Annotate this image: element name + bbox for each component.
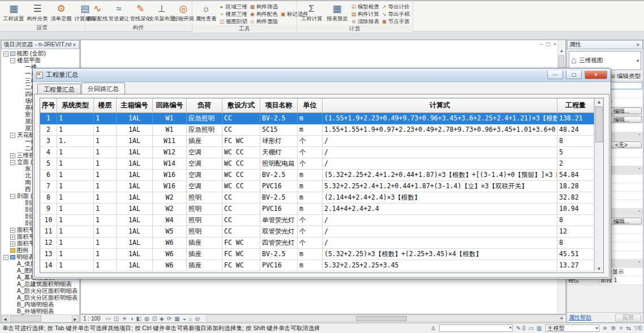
dialog-titlebar[interactable]: 工程量汇总 — ▢ × — [33, 68, 611, 82]
restore-icon[interactable]: ▢ — [546, 41, 551, 47]
worksharing-icon[interactable]: ♙ — [431, 325, 436, 331]
tree-expander-icon[interactable]: + — [10, 235, 15, 240]
status-icon[interactable]: ☀ — [603, 325, 608, 331]
view-control-icon[interactable]: ☀ — [122, 315, 127, 322]
tree-expander-icon[interactable]: + — [10, 228, 15, 233]
properties-help-link[interactable]: 属性帮助 — [569, 314, 591, 322]
ribbon-small-button[interactable]: ◉ 构件配色 — [249, 11, 278, 18]
tree-expander-icon[interactable]: − — [10, 194, 15, 199]
chevron-down-icon[interactable]: ▾ — [637, 58, 639, 63]
view-control-icon[interactable]: ◫ — [114, 315, 119, 322]
view-control-icon[interactable]: ◍ — [144, 315, 149, 322]
status-icon[interactable]: ✎ 0 — [516, 325, 526, 331]
table-row[interactable]: 12 1 1 1AL W6 插座 FC WC 四管荧光灯 个 / 8 — [40, 237, 594, 249]
column-header[interactable]: 序号 — [40, 98, 57, 113]
ribbon-small-button[interactable]: ↗ 导出计价 — [381, 3, 410, 10]
dialog-tab[interactable]: 工程量汇总 — [37, 84, 81, 94]
tree-item[interactable]: B_外墙明细表 — [1, 308, 79, 314]
type-selector[interactable]: ⌂ 三维视图 ▾ — [569, 51, 641, 70]
table-row[interactable]: 11 1 1 1AL W5 照明 CC 双管荧光灯 个 / 12 — [40, 226, 594, 237]
dialog-tab[interactable]: 分回路汇总 — [81, 83, 125, 94]
column-header[interactable]: 敷设方式 — [222, 98, 260, 113]
status-icon[interactable]: ⚙ — [611, 325, 616, 331]
view-control-icon[interactable]: ◎ — [195, 315, 200, 322]
ribbon-button[interactable]: ▦ 报表预览 — [325, 2, 349, 21]
view-control-icon[interactable]: ◧ — [136, 315, 141, 322]
ribbon-button[interactable]: ☰ 构件分类 — [26, 2, 49, 21]
ribbon-small-button[interactable]: ▦ 构件筛选 — [249, 3, 278, 10]
design-option-combobox[interactable]: 主模型 — [546, 325, 599, 332]
scroll-left-icon[interactable]: ◀ — [2, 315, 8, 322]
column-header[interactable]: 负荷 — [187, 98, 222, 113]
table-row[interactable]: 6 1 1 1AL W16 空调 WC CC BV-2.5 m (5.32+2.… — [40, 170, 594, 181]
scrollbar-thumb[interactable] — [595, 106, 603, 142]
tree-expander-icon[interactable]: − — [10, 133, 15, 138]
view-scale[interactable]: 1 : 100 — [83, 315, 103, 322]
view-control-icon[interactable]: ▭ — [106, 315, 111, 322]
view-control-icon[interactable]: ◒ — [183, 315, 186, 322]
view-control-icon[interactable]: ⌂ — [189, 315, 192, 322]
table-row[interactable]: 1 1 1 1AL W1 应急照明 CC BV-2.5 m (1.55+1.9+… — [40, 113, 594, 124]
minimize-icon[interactable]: – — [540, 41, 543, 47]
maximize-button[interactable]: ▢ — [566, 71, 582, 79]
close-button[interactable]: × — [585, 71, 607, 79]
status-icon[interactable]: ▥ — [536, 325, 542, 331]
tree-expander-icon[interactable]: − — [10, 160, 15, 165]
ribbon-small-button[interactable]: ◫ 视图剖切 — [218, 18, 248, 25]
ribbon-small-button[interactable]: ↘ 导出手稿 — [381, 11, 410, 18]
ribbon-button[interactable]: ⚙ 清单定额 — [50, 2, 72, 21]
scrollbar-thumb[interactable] — [10, 315, 41, 322]
ribbon-small-button[interactable]: ▪ 楼层三维 — [218, 11, 248, 18]
tree-expander-icon[interactable]: + — [10, 241, 15, 246]
tree-expander-icon[interactable]: − — [10, 58, 15, 63]
canvas-hscrollbar[interactable] — [206, 315, 563, 322]
column-header[interactable]: 单位 — [298, 98, 323, 113]
ribbon-button[interactable]: ≈ 管道避让 — [109, 2, 129, 21]
ribbon-small-button[interactable]: ⊘ 清除报表 — [350, 18, 380, 25]
view-control-icon[interactable]: ▦ — [174, 315, 179, 322]
column-header[interactable]: 主箱编号 — [117, 98, 153, 113]
table-row[interactable]: 5 1 1 1AL W14 空调 WC CC 照明配电箱 个 / 2 — [40, 158, 594, 170]
column-header[interactable]: 系统类型 — [57, 98, 94, 113]
ribbon-button[interactable]: Σ 工程计算 — [299, 2, 324, 21]
column-header[interactable]: 回路编号 — [153, 98, 187, 113]
view-control-icon[interactable]: ⊡ — [152, 315, 157, 322]
column-header[interactable]: 计算式 — [323, 98, 557, 113]
ribbon-small-button[interactable]: ☑ 模型检查 — [350, 3, 380, 10]
tree-expander-icon[interactable]: − — [3, 51, 8, 57]
ribbon-button[interactable]: ◎ 智能开洞 — [173, 2, 194, 21]
status-icon[interactable]: ⇆ — [626, 325, 630, 331]
ribbon-small-button[interactable]: ◇ 构件显隐 — [249, 18, 278, 25]
view-control-icon[interactable]: ⟳ — [167, 315, 171, 322]
ribbon-small-button[interactable]: ▸ 区域三维 — [218, 3, 248, 10]
ribbon-button[interactable]: ☼ 属性查看 — [195, 2, 217, 21]
table-row[interactable]: 4 1 1 1AL W12 空调 WC CC 天棚灯 个 / 5 — [40, 147, 594, 158]
status-icon[interactable]: ▽0 — [634, 325, 642, 331]
minimize-button[interactable]: — — [547, 71, 563, 79]
workset-combobox[interactable] — [439, 325, 513, 332]
tree-expander-icon[interactable]: + — [10, 153, 15, 158]
scrollbar-thumb[interactable] — [356, 316, 407, 321]
tree-item[interactable]: − 楼层平面 — [1, 57, 79, 64]
scroll-right-icon[interactable]: ▶ — [72, 315, 79, 322]
ribbon-small-button[interactable]: ▣ 节点手算 — [381, 18, 410, 25]
view-control-icon[interactable]: ◈ — [160, 315, 164, 322]
table-row[interactable]: 2 1 1 1AL W1 应急照明 CC SC15 m 1.55+1.55+1.… — [40, 124, 594, 136]
project-browser-hscrollbar[interactable]: ◀ ▶ — [1, 314, 79, 322]
ribbon-button[interactable]: ∿ 桥架配线 — [87, 2, 108, 21]
close-icon[interactable]: × — [635, 42, 641, 48]
status-icon[interactable]: × — [620, 325, 623, 331]
ribbon-button[interactable]: ✎ 管线深化 — [130, 2, 151, 21]
table-row[interactable]: 14 1 1 1AL W6 插座 FC WC PVC16 m 5.32+2.25… — [40, 260, 594, 271]
apply-button[interactable]: 应用 — [615, 314, 641, 322]
column-header[interactable]: 项目名称 — [260, 98, 298, 113]
table-row[interactable]: 13 1 1 1AL W6 插座 FC WC BV-2.5 m (5.32+2.… — [40, 249, 594, 260]
close-icon[interactable]: × — [71, 42, 77, 48]
table-vscrollbar[interactable] — [594, 98, 603, 273]
ribbon-button[interactable]: ⊥ 支吊架布置 — [152, 2, 172, 21]
table-row[interactable]: 7 1 1 1AL W16 空调 WC CC PVC16 m 5.32+2.25… — [40, 181, 594, 192]
table-row[interactable]: 9 1 1 1AL W2 照明 CC PVC16 m 2.14+4+2.4+2.… — [40, 204, 594, 215]
column-header[interactable]: 工程量 — [557, 98, 594, 113]
tree-expander-icon[interactable]: − — [3, 255, 8, 260]
ribbon-small-button[interactable]: ▤ 构件计算 — [350, 11, 380, 18]
